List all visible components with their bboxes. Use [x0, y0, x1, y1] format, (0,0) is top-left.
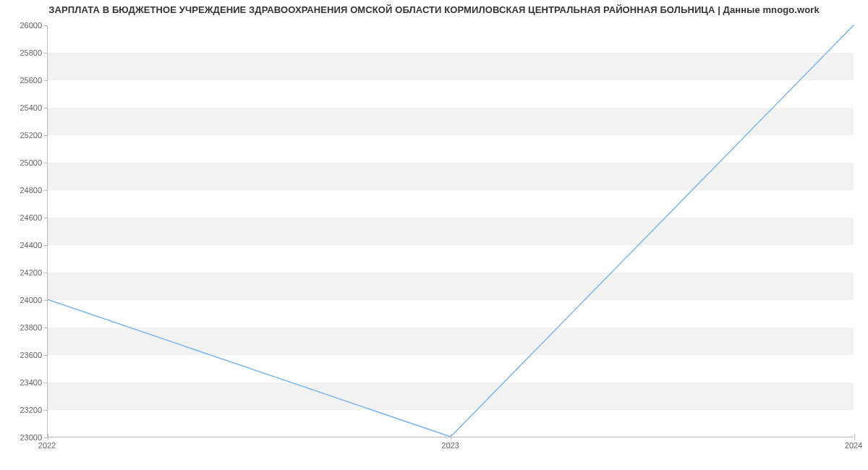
- y-tick: [44, 383, 48, 383]
- y-tick: [44, 218, 48, 218]
- line-chart: ЗАРПЛАТА В БЮДЖЕТНОЕ УЧРЕЖДЕНИЕ ЗДРАВООХ…: [0, 0, 868, 470]
- y-axis-label: 23600: [2, 351, 42, 359]
- series-line: [48, 25, 854, 437]
- y-axis-label: 24400: [2, 241, 42, 249]
- plot-area: [47, 25, 854, 437]
- x-tick: [854, 434, 855, 440]
- y-axis-label: 26000: [2, 21, 42, 30]
- y-tick: [44, 273, 48, 273]
- x-axis-label: 2023: [441, 441, 459, 450]
- y-tick: [44, 355, 48, 356]
- x-tick: [48, 434, 48, 440]
- line-layer: [48, 25, 854, 437]
- y-axis-label: 24600: [2, 213, 42, 222]
- y-axis-label: 25600: [2, 76, 42, 85]
- y-tick: [44, 328, 48, 328]
- y-tick: [44, 410, 48, 411]
- y-axis-label: 24800: [2, 186, 42, 195]
- y-axis-label: 23000: [2, 433, 42, 442]
- y-tick: [44, 53, 48, 54]
- y-tick: [44, 25, 48, 26]
- y-tick: [44, 108, 48, 108]
- y-tick: [44, 190, 48, 191]
- y-axis-label: 25000: [2, 158, 42, 167]
- y-axis-label: 25800: [2, 48, 42, 57]
- y-axis-label: 23200: [2, 406, 42, 414]
- x-axis-label: 2024: [845, 441, 862, 450]
- y-axis-label: 25400: [2, 103, 42, 112]
- chart-title: ЗАРПЛАТА В БЮДЖЕТНОЕ УЧРЕЖДЕНИЕ ЗДРАВООХ…: [0, 4, 868, 15]
- y-axis-label: 24200: [2, 268, 42, 277]
- y-tick: [44, 300, 48, 301]
- y-tick: [44, 80, 48, 81]
- y-axis-label: 25200: [2, 131, 42, 140]
- y-axis-label: 23800: [2, 323, 42, 332]
- y-tick: [44, 163, 48, 163]
- y-tick: [44, 245, 48, 246]
- x-axis-label: 2022: [38, 441, 56, 450]
- y-axis-label: 23400: [2, 378, 42, 387]
- x-tick: [451, 434, 451, 440]
- y-axis-label: 24000: [2, 296, 42, 304]
- y-tick: [44, 135, 48, 136]
